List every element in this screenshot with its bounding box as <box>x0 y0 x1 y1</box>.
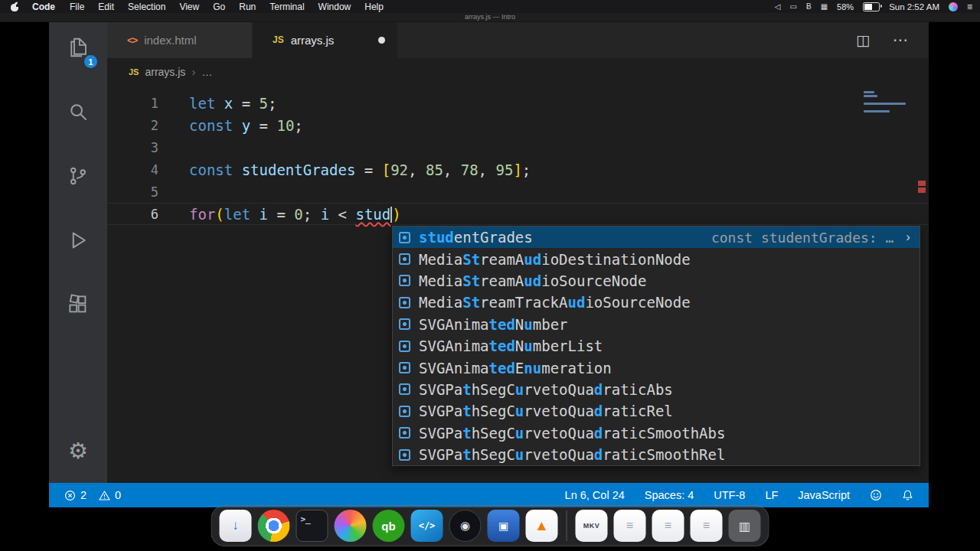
obs-glyph: ◉ <box>460 519 470 533</box>
language-mode[interactable]: JavaScript <box>798 489 850 501</box>
editor[interactable]: 1let x = 5;2const y = 10;34const student… <box>107 85 929 483</box>
dock-file-doc-3[interactable]: ≡ <box>691 510 723 542</box>
settings-gear-icon[interactable]: ⚙ <box>49 429 107 472</box>
screen: { "menubar": { "items": ["Code","File","… <box>0 0 980 551</box>
cursor-position[interactable]: Ln 6, Col 24 <box>565 489 625 501</box>
status-bar: 2 0 Ln 6, Col 24 Spaces: 4 UTF-8 LF Java… <box>49 483 929 507</box>
more-actions-icon[interactable]: ⋯ <box>893 31 909 49</box>
dock-file-mkv[interactable]: MKV <box>576 510 608 542</box>
dock-quickbooks[interactable]: qb <box>373 510 405 542</box>
minimap-line <box>864 91 874 93</box>
problems-warnings[interactable]: 0 <box>99 489 121 501</box>
app-blue-glyph: ▣ <box>498 520 508 532</box>
dock-file-doc-2[interactable]: ≡ <box>652 510 684 542</box>
dock-trash[interactable]: ▥ <box>729 510 761 542</box>
activity-run-debug[interactable] <box>49 219 107 262</box>
volume-icon[interactable]: ◁ <box>775 2 781 11</box>
breadcrumb-more[interactable]: … <box>201 66 212 78</box>
dock-app-downloads[interactable]: ↓ <box>220 510 252 542</box>
vlc-glyph: ▲ <box>534 517 549 534</box>
suggestion-SVGPathSegCurvetoQuadraticSmoothRel[interactable]: SVGPathSegCurvetoQuadraticSmoothRel <box>393 444 920 465</box>
menubar: CodeFileEditSelectionViewGoRunTerminalWi… <box>0 0 980 13</box>
problems-errors[interactable]: 2 <box>64 489 87 501</box>
suggestion-label: SVGAnimatedNumber <box>419 316 568 333</box>
tab-index.html[interactable]: <>index.html <box>107 21 253 58</box>
suggestion-MediaStreamTrackAudioSourceNode[interactable]: MediaStreamTrackAudioSourceNode <box>393 292 920 313</box>
suggestion-expand-icon[interactable]: › <box>906 230 910 245</box>
menu-run[interactable]: Run <box>232 2 263 12</box>
menubar-clock[interactable]: Sun 2:52 AM <box>889 2 939 11</box>
feedback-icon[interactable] <box>870 489 882 501</box>
suggestion-studentGrades[interactable]: studentGradesconst studentGrades: …› <box>393 227 920 248</box>
symbol-field-icon <box>399 362 410 373</box>
encoding-setting[interactable]: UTF-8 <box>714 489 745 501</box>
activity-search[interactable] <box>49 90 107 133</box>
activity-extensions[interactable] <box>49 283 107 326</box>
dock-file-doc-1[interactable]: ≡ <box>614 510 646 542</box>
dock-vlc[interactable]: ▲ <box>526 510 558 542</box>
code-line-5[interactable]: 5 <box>107 181 929 203</box>
dirty-indicator[interactable] <box>378 37 385 44</box>
line-number: 6 <box>107 207 189 222</box>
suggestion-SVGAnimatedEnumeration[interactable]: SVGAnimatedEnumeration <box>393 357 920 378</box>
run-debug-icon <box>67 229 90 252</box>
symbol-field-icon <box>399 449 410 461</box>
vs-code-glyph: </> <box>419 520 436 531</box>
activity-source-control[interactable] <box>49 155 107 197</box>
suggestion-SVGPathSegCurvetoQuadraticSmoothAbs[interactable]: SVGPathSegCurvetoQuadraticSmoothAbs <box>393 422 920 444</box>
eol-setting[interactable]: LF <box>765 489 778 501</box>
menu-file[interactable]: File <box>63 2 91 12</box>
dock-app-blue[interactable]: ▣ <box>488 510 520 542</box>
code-text: const studentGrades = [92, 85, 78, 95]; <box>189 161 531 178</box>
split-editor-icon[interactable]: ◫ <box>856 31 870 49</box>
indentation-setting[interactable]: Spaces: 4 <box>645 489 694 501</box>
suggestion-SVGAnimatedNumber[interactable]: SVGAnimatedNumber <box>393 314 920 335</box>
minimap[interactable] <box>864 91 916 112</box>
code-line-2[interactable]: 2const y = 10; <box>107 114 929 136</box>
code-line-4[interactable]: 4const studentGrades = [92, 85, 78, 95]; <box>107 158 929 181</box>
tab-arrays.js[interactable]: JSarrays.js <box>253 21 398 58</box>
js-file-icon: JS <box>273 34 284 45</box>
menu-view[interactable]: View <box>172 2 206 12</box>
notification-center-icon[interactable]: ≡ <box>967 2 972 12</box>
dock-obs[interactable]: ◉ <box>449 510 482 542</box>
display-icon[interactable]: ▭ <box>790 2 797 11</box>
suggestion-MediaStreamAudioDestinationNode[interactable]: MediaStreamAudioDestinationNode <box>393 248 920 269</box>
menu-edit[interactable]: Edit <box>91 2 121 12</box>
minimap-line <box>864 103 906 105</box>
symbol-field-icon <box>399 341 410 352</box>
apple-icon[interactable] <box>11 2 18 11</box>
code-line-3[interactable]: 3 <box>107 136 929 158</box>
bluetooth-icon[interactable]: Ƀ <box>806 2 812 11</box>
symbol-field-icon <box>399 406 410 417</box>
suggestion-label: SVGPathSegCurvetoQuadraticRel <box>419 403 673 419</box>
breadcrumb-file[interactable]: arrays.js <box>145 66 185 78</box>
notifications-bell-icon[interactable] <box>902 489 913 501</box>
symbol-field-icon <box>399 383 410 395</box>
suggestion-detail: const studentGrades: … <box>711 230 893 246</box>
minimap-line <box>864 95 877 97</box>
suggestion-SVGAnimatedNumberList[interactable]: SVGAnimatedNumberList <box>393 335 920 357</box>
suggestion-SVGPathSegCurvetoQuadraticAbs[interactable]: SVGPathSegCurvetoQuadraticAbs <box>393 379 920 400</box>
code-line-6[interactable]: 6for(let i = 0; i < stud) <box>107 203 929 225</box>
dock-app-colorwheel[interactable] <box>335 510 367 542</box>
line-number: 2 <box>107 118 189 133</box>
battery-icon[interactable] <box>863 2 880 11</box>
menu-terminal[interactable]: Terminal <box>263 2 311 12</box>
siri-icon[interactable] <box>949 2 958 11</box>
menu-window[interactable]: Window <box>312 2 358 12</box>
menu-help[interactable]: Help <box>358 2 390 12</box>
suggestion-SVGPathSegCurvetoQuadraticRel[interactable]: SVGPathSegCurvetoQuadraticRel <box>393 400 920 422</box>
dock-terminal[interactable]: >_ <box>296 510 328 542</box>
dock-google-chrome[interactable] <box>258 510 290 542</box>
activity-explorer[interactable]: 1 <box>49 26 107 69</box>
code-line-1[interactable]: 1let x = 5; <box>107 92 929 114</box>
suggestion-MediaStreamAudioSourceNode[interactable]: MediaStreamAudioSourceNode <box>393 270 920 292</box>
menu-selection[interactable]: Selection <box>121 2 172 12</box>
menu-code[interactable]: Code <box>24 2 63 12</box>
menu-go[interactable]: Go <box>206 2 232 12</box>
keyboard-brightness-icon[interactable]: ▦ <box>821 2 828 11</box>
minimap-line <box>864 110 890 112</box>
breadcrumb-separator: › <box>191 65 195 78</box>
dock-vs-code[interactable]: </> <box>411 510 443 542</box>
